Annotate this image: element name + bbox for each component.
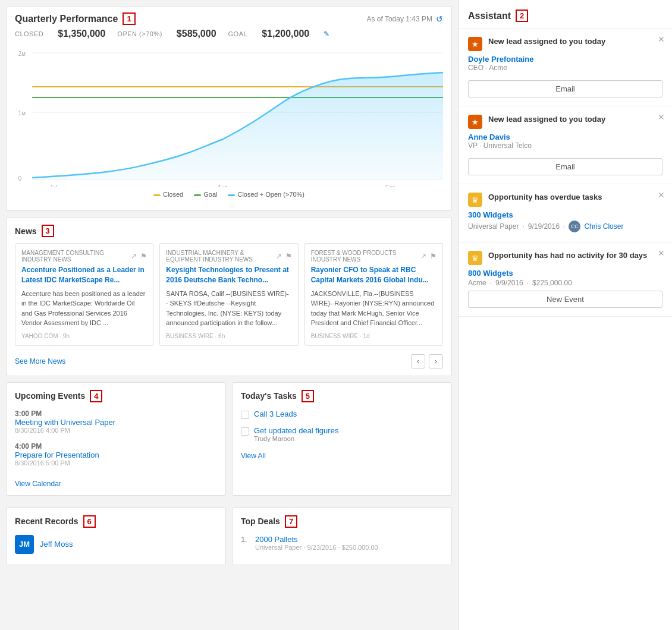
news-item-2: Industrial Machinery & Equipment Industr… <box>159 243 298 346</box>
svg-text:Aug: Aug <box>218 184 228 187</box>
section-badge-5: 5 <box>302 390 314 402</box>
assist-email-btn-2[interactable]: Email <box>468 158 662 175</box>
open-label: OPEN (>70%) <box>117 30 162 37</box>
svg-text:0: 0 <box>18 175 22 182</box>
recent-record-1: JM Jeff Moss <box>15 535 217 554</box>
view-all-tasks-link[interactable]: View All <box>241 452 266 460</box>
top-deals-card: Top Deals 7 1. 2000 Pallets Universal Pa… <box>232 508 452 565</box>
assist-label-4: Opportunity has had no activity for 30 d… <box>488 251 659 260</box>
closed-value: $1,350,000 <box>58 29 105 39</box>
task-name-2[interactable]: Get updated deal figures <box>254 426 338 435</box>
top-deals-title: Top Deals <box>241 516 280 526</box>
tasks-title: Today's Tasks <box>241 391 297 401</box>
performance-card: Quarterly Performance 1 As of Today 1:43… <box>6 6 452 211</box>
task-name-1[interactable]: Call 3 Leads <box>254 410 297 418</box>
refresh-icon[interactable]: ↺ <box>436 14 443 24</box>
news-title: News <box>15 226 37 236</box>
flag-icon-2[interactable]: ⚑ <box>285 252 292 260</box>
assist-amount-1: $225,000.00 <box>532 279 572 287</box>
task-row-2: Get updated deal figures Trudy Maroon <box>241 426 443 442</box>
event-time-2: 4:00 PM <box>15 442 217 451</box>
edit-goal-icon[interactable]: ✎ <box>324 30 329 38</box>
news-navigation: ‹ › <box>411 354 443 368</box>
recent-records-card: Recent Records 6 JM Jeff Moss <box>6 508 226 565</box>
news-headline-2[interactable]: Keysight Technologies to Present at 2016… <box>166 265 291 285</box>
close-card-4-icon[interactable]: ✕ <box>658 248 665 258</box>
event-time-1: 3:00 PM <box>15 410 217 418</box>
recent-records-title: Recent Records <box>15 516 78 526</box>
news-body-3: JACKSONVILLE, Fla.--(BUSINESS WIRE)--Ray… <box>311 289 437 328</box>
flag-icon-3[interactable]: ⚑ <box>430 252 437 260</box>
task-row-1: Call 3 Leads <box>241 410 443 419</box>
assist-email-btn-1[interactable]: Email <box>468 80 662 97</box>
opportunity-crown-icon-1: ♛ <box>468 193 482 207</box>
events-title: Upcoming Events <box>15 391 85 401</box>
close-card-3-icon[interactable]: ✕ <box>658 190 665 200</box>
see-more-news[interactable]: See More News <box>15 357 65 366</box>
closed-label: CLOSED <box>15 30 43 37</box>
flag-icon-1[interactable]: ⚑ <box>140 252 147 260</box>
news-item-3: Forest & Wood Products Industry News ↗ ⚑… <box>304 243 443 346</box>
lead-star-icon-1: ★ <box>468 37 482 51</box>
legend-goal: Goal <box>194 191 217 198</box>
share-icon-2[interactable]: ↗ <box>276 252 282 260</box>
task-checkbox-2[interactable] <box>241 427 249 436</box>
event-name-2[interactable]: Prepare for Presentation <box>15 451 217 459</box>
opportunity-crown-icon-2: ♛ <box>468 251 482 265</box>
goal-label: GOAL <box>228 30 248 37</box>
close-card-2-icon[interactable]: ✕ <box>658 112 665 122</box>
news-footer-1: YAHOO.COM · 9h <box>21 333 147 339</box>
deal-name-1[interactable]: 2000 Pallets <box>255 535 378 544</box>
assist-person-1[interactable]: Doyle Prefontaine <box>468 55 662 64</box>
news-next-button[interactable]: › <box>429 354 443 368</box>
news-footer-2: BUSINESS WIRE · 6h <box>166 333 291 339</box>
legend-closed: Closed <box>153 191 183 198</box>
news-item-1: Management Consulting Industry News ↗ ⚑ … <box>15 243 153 346</box>
event-name-1[interactable]: Meeting with Universal Paper <box>15 418 217 427</box>
assistant-card-4: ✕ ♛ Opportunity has had no activity for … <box>459 242 672 317</box>
page-title: Quarterly Performance <box>15 14 118 24</box>
share-icon-1[interactable]: ↗ <box>131 252 137 260</box>
assist-new-event-btn[interactable]: New Event <box>468 291 662 308</box>
assist-opp-name-1[interactable]: 300 Widgets <box>468 210 662 219</box>
close-card-1-icon[interactable]: ✕ <box>658 34 665 44</box>
deal-row-1: 1. 2000 Pallets Universal Paper · 9/23/2… <box>241 535 443 551</box>
section-badge-1: 1 <box>123 12 135 25</box>
assist-user-avatar-1: CC <box>569 220 580 232</box>
performance-chart: 2м 1м 0 Jul Aug Sep <box>15 44 443 187</box>
news-grid: Management Consulting Industry News ↗ ⚑ … <box>15 243 443 346</box>
news-prev-button[interactable]: ‹ <box>411 354 425 368</box>
section-badge-7: 7 <box>285 515 297 528</box>
task-sub-2: Trudy Maroon <box>254 435 338 442</box>
task-checkbox-1[interactable] <box>241 411 249 419</box>
event-row-1: 3:00 PM Meeting with Universal Paper 8/3… <box>15 410 217 434</box>
open-value: $585,000 <box>177 29 216 39</box>
news-headline-1[interactable]: Accenture Positioned as a Leader in Late… <box>21 265 147 285</box>
assist-opp-detail-1: Universal Paper · 9/19/2016 · CC Chris C… <box>468 220 662 232</box>
assistant-card-1: ✕ ★ New lead assigned to you today Doyle… <box>459 29 672 106</box>
main-panel: Quarterly Performance 1 As of Today 1:43… <box>0 0 458 630</box>
timestamp: As of Today 1:43 PM ↺ <box>366 14 443 24</box>
record-name-1[interactable]: Jeff Moss <box>40 540 73 549</box>
svg-text:Jul: Jul <box>49 184 56 187</box>
assistant-card-2: ✕ ★ New lead assigned to you today Anne … <box>459 106 672 184</box>
view-calendar-link[interactable]: View Calendar <box>15 480 61 488</box>
upcoming-events-card: Upcoming Events 4 3:00 PM Meeting with U… <box>6 382 226 496</box>
assist-user-link-1[interactable]: Chris Closer <box>584 222 623 231</box>
assist-label-1: New lead assigned to you today <box>488 37 617 46</box>
assist-person-2[interactable]: Anne Davis <box>468 133 662 141</box>
news-body-2: SANTA ROSA, Calif.--(BUSINESS WIRE)- · S… <box>166 289 291 328</box>
share-icon-3[interactable]: ↗ <box>420 252 426 260</box>
performance-stats: CLOSED $1,350,000 OPEN (>70%) $585,000 G… <box>15 29 443 39</box>
assistant-header: Assistant 2 <box>459 0 672 29</box>
news-footer-3: BUSINESS WIRE · 1d <box>311 333 437 339</box>
svg-text:1м: 1м <box>18 110 26 116</box>
assist-opp-name-2[interactable]: 800 Widgets <box>468 269 662 278</box>
news-headline-3[interactable]: Rayonier CFO to Speak at RBC Capital Mar… <box>311 265 437 285</box>
goal-value: $1,200,000 <box>262 29 309 39</box>
assistant-badge: 2 <box>516 10 528 22</box>
event-date-2: 8/30/2016 5:00 PM <box>15 459 217 467</box>
assistant-panel: Assistant 2 ✕ ★ New lead assigned to you… <box>458 0 672 630</box>
record-avatar-1: JM <box>15 535 34 554</box>
assist-label-2: New lead assigned to you today <box>488 115 617 124</box>
